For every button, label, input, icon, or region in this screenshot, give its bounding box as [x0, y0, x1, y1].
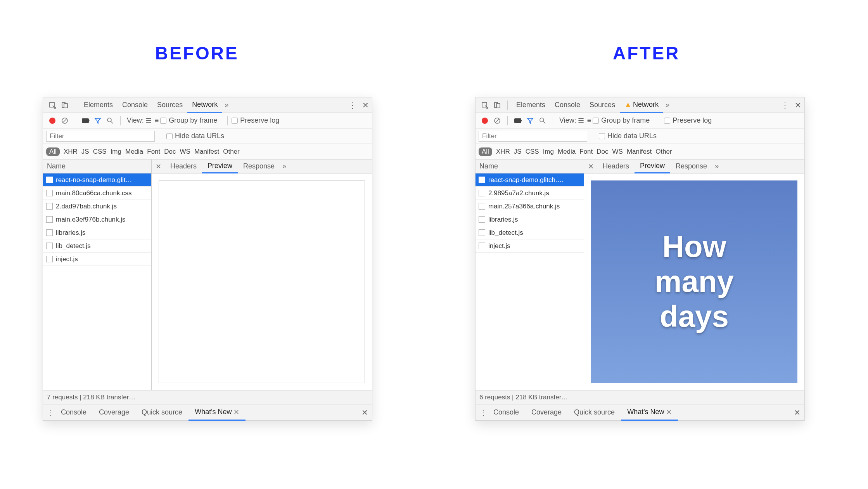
group-by-frame-option[interactable]: Group by frame [160, 116, 217, 125]
drawer-menu-icon[interactable]: ⋮ [479, 408, 487, 417]
preserve-log-option[interactable]: Preserve log [232, 116, 279, 125]
tab-console[interactable]: Console [550, 97, 585, 113]
filter-input[interactable] [46, 131, 155, 142]
clear-icon[interactable] [60, 116, 70, 126]
close-detail-icon[interactable]: ✕ [584, 162, 597, 171]
kebab-menu-icon[interactable]: ⋮ [349, 101, 357, 110]
type-filter-all[interactable]: All [46, 147, 60, 156]
request-row[interactable]: libraries.js [43, 226, 151, 239]
search-icon[interactable] [105, 116, 115, 126]
filter-input[interactable] [479, 131, 587, 142]
type-filter-media[interactable]: Media [125, 148, 143, 156]
large-rows-icon[interactable]: ☰ [145, 116, 152, 125]
type-filter-js[interactable]: JS [81, 148, 89, 156]
detail-tab-response[interactable]: Response [670, 160, 712, 173]
inspect-icon[interactable] [47, 100, 57, 110]
request-row[interactable]: react-no-snap-demo.glit… [43, 173, 151, 187]
filter-funnel-icon[interactable] [525, 116, 535, 126]
drawer-menu-icon[interactable]: ⋮ [47, 408, 55, 417]
device-toggle-icon[interactable] [60, 100, 70, 110]
close-devtools-icon[interactable]: ✕ [795, 101, 801, 110]
detail-tab-headers[interactable]: Headers [165, 160, 202, 173]
clear-icon[interactable] [492, 116, 502, 126]
more-detail-tabs-icon[interactable]: » [715, 162, 719, 170]
kebab-menu-icon[interactable]: ⋮ [781, 101, 789, 110]
drawer-tab-whats-new[interactable]: What's New ✕ [621, 405, 678, 421]
group-by-frame-option[interactable]: Group by frame [593, 116, 650, 125]
request-row[interactable]: main.80ca66ca.chunk.css [43, 187, 151, 200]
tab-network[interactable]: ▲Network [620, 98, 663, 113]
hide-data-urls-option[interactable]: Hide data URLs [166, 132, 224, 140]
request-row[interactable]: libraries.js [475, 213, 584, 226]
request-row[interactable]: inject.js [475, 239, 584, 253]
close-drawer-icon[interactable]: ✕ [361, 408, 368, 417]
type-filter-all[interactable]: All [479, 147, 492, 156]
drawer-tab-console[interactable]: Console [55, 404, 93, 420]
record-icon[interactable] [47, 116, 57, 126]
request-row[interactable]: react-snap-demo.glitch.… [475, 173, 584, 187]
type-filter-manifest[interactable]: Manifest [627, 148, 652, 156]
tab-sources[interactable]: Sources [585, 97, 620, 113]
request-row[interactable]: lib_detect.js [43, 239, 151, 253]
request-row[interactable]: main.e3ef976b.chunk.js [43, 213, 151, 226]
device-toggle-icon[interactable] [492, 100, 502, 110]
type-filter-font[interactable]: Font [147, 148, 160, 156]
tab-console[interactable]: Console [118, 97, 152, 113]
close-tab-icon[interactable]: ✕ [233, 408, 239, 416]
type-filter-font[interactable]: Font [579, 148, 593, 156]
type-filter-css[interactable]: CSS [526, 148, 539, 156]
more-detail-tabs-icon[interactable]: » [282, 162, 286, 170]
waterfall-icon[interactable]: ≡ [155, 116, 159, 125]
request-row[interactable]: 2.dad97bab.chunk.js [43, 200, 151, 213]
type-filter-other[interactable]: Other [223, 148, 240, 156]
tab-elements[interactable]: Elements [79, 97, 118, 113]
drawer-tab-quick-source[interactable]: Quick source [135, 404, 188, 420]
request-row[interactable]: lib_detect.js [475, 226, 584, 239]
drawer-tab-console[interactable]: Console [487, 404, 525, 420]
drawer-tab-coverage[interactable]: Coverage [93, 404, 135, 420]
type-filter-xhr[interactable]: XHR [496, 148, 510, 156]
type-filter-other[interactable]: Other [655, 148, 672, 156]
request-row[interactable]: main.257a366a.chunk.js [475, 200, 584, 213]
close-drawer-icon[interactable]: ✕ [794, 408, 801, 417]
drawer-tab-whats-new[interactable]: What's New ✕ [188, 405, 245, 421]
type-filter-img[interactable]: Img [111, 148, 121, 156]
large-rows-icon[interactable]: ☰ [578, 116, 584, 125]
type-filter-media[interactable]: Media [558, 148, 576, 156]
close-devtools-icon[interactable]: ✕ [362, 101, 369, 110]
detail-tab-response[interactable]: Response [238, 160, 280, 173]
type-filter-doc[interactable]: Doc [164, 148, 176, 156]
waterfall-icon[interactable]: ≡ [587, 116, 591, 125]
request-row[interactable]: inject.js [43, 253, 151, 266]
search-icon[interactable] [538, 116, 548, 126]
more-tabs-icon[interactable]: » [225, 101, 228, 109]
type-filter-img[interactable]: Img [543, 148, 554, 156]
type-filter-xhr[interactable]: XHR [64, 148, 78, 156]
type-filter-css[interactable]: CSS [93, 148, 107, 156]
tab-elements[interactable]: Elements [512, 97, 550, 113]
tab-network[interactable]: Network [187, 98, 222, 113]
close-detail-icon[interactable]: ✕ [152, 162, 165, 171]
tab-sources[interactable]: Sources [152, 97, 187, 113]
type-filter-ws[interactable]: WS [180, 148, 190, 156]
camera-icon[interactable] [80, 116, 90, 126]
inspect-icon[interactable] [480, 100, 490, 110]
detail-tab-preview[interactable]: Preview [202, 160, 238, 173]
drawer-tab-quick-source[interactable]: Quick source [568, 404, 621, 420]
detail-tab-headers[interactable]: Headers [597, 160, 635, 173]
name-column-header[interactable]: Name [43, 160, 152, 173]
type-filter-ws[interactable]: WS [612, 148, 623, 156]
more-tabs-icon[interactable]: » [666, 101, 669, 109]
type-filter-manifest[interactable]: Manifest [194, 148, 219, 156]
preserve-log-option[interactable]: Preserve log [664, 116, 712, 125]
drawer-tab-coverage[interactable]: Coverage [525, 404, 568, 420]
close-tab-icon[interactable]: ✕ [666, 408, 672, 416]
name-column-header[interactable]: Name [475, 160, 584, 173]
filter-funnel-icon[interactable] [93, 116, 103, 126]
record-icon[interactable] [480, 116, 490, 126]
camera-icon[interactable] [513, 116, 523, 126]
request-row[interactable]: 2.9895a7a2.chunk.js [475, 187, 584, 200]
type-filter-doc[interactable]: Doc [597, 148, 608, 156]
detail-tab-preview[interactable]: Preview [635, 160, 670, 173]
hide-data-urls-option[interactable]: Hide data URLs [599, 132, 657, 140]
